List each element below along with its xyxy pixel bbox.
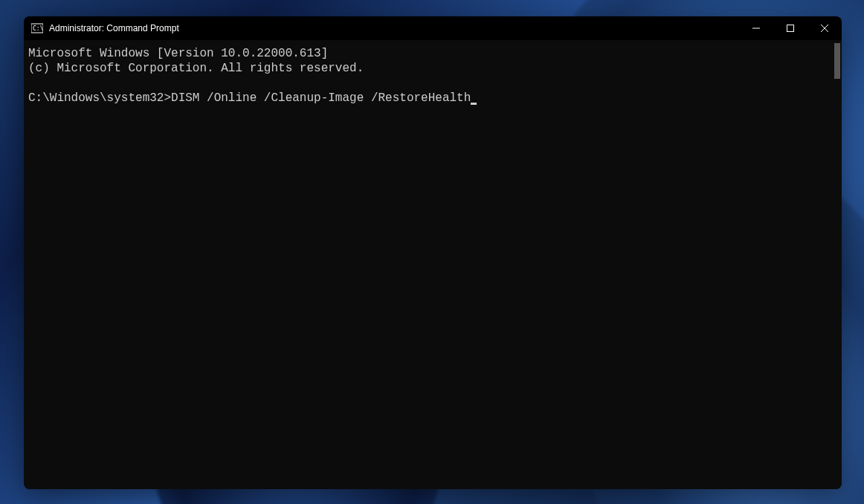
- terminal-body[interactable]: Microsoft Windows [Version 10.0.22000.61…: [24, 40, 842, 489]
- svg-rect-3: [787, 25, 794, 32]
- terminal-content: Microsoft Windows [Version 10.0.22000.61…: [28, 46, 842, 106]
- window-controls: [739, 16, 842, 40]
- scrollbar-thumb[interactable]: [834, 43, 840, 79]
- titlebar-left: C:\ Administrator: Command Prompt: [31, 22, 179, 34]
- terminal-prompt: C:\Windows\system32>: [28, 91, 171, 105]
- terminal-command: DISM /Online /Cleanup-Image /RestoreHeal…: [171, 91, 471, 105]
- cmd-icon: C:\: [31, 22, 43, 34]
- maximize-button[interactable]: [773, 16, 807, 40]
- terminal-line: Microsoft Windows [Version 10.0.22000.61…: [28, 47, 328, 60]
- titlebar[interactable]: C:\ Administrator: Command Prompt: [24, 16, 842, 40]
- svg-text:C:\: C:\: [33, 25, 43, 32]
- minimize-button[interactable]: [739, 16, 773, 40]
- window-title: Administrator: Command Prompt: [49, 23, 179, 33]
- terminal-line: (c) Microsoft Corporation. All rights re…: [28, 62, 364, 75]
- close-button[interactable]: [807, 16, 842, 40]
- cursor: [471, 103, 477, 105]
- command-prompt-window: C:\ Administrator: Command Prompt Micros…: [24, 16, 842, 489]
